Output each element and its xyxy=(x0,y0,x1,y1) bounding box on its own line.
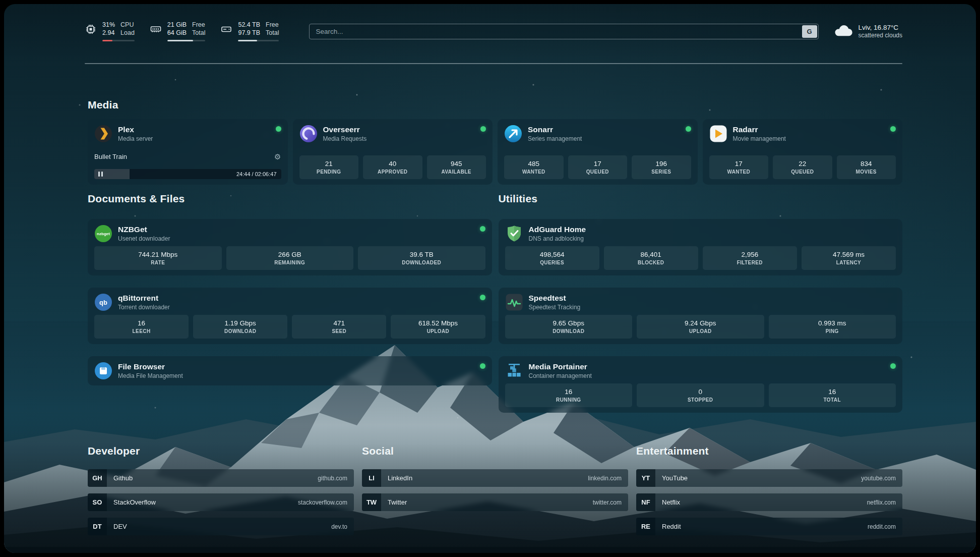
link-reddit[interactable]: RE Reddit reddit.com xyxy=(636,518,902,535)
stat-box: 744.21 MbpsRATE xyxy=(94,246,222,270)
dashboard-screen: 31% 2.94 CPU Load 21 xyxy=(4,4,976,553)
link-stackoverflow[interactable]: SO StackOverflow stackoverflow.com xyxy=(88,493,354,511)
disk-monitor: 52.4 TB 97.9 TB Free Total xyxy=(220,21,279,41)
column-developer: Developer GH Github github.com SO StackO… xyxy=(88,445,354,542)
link-url: twitter.com xyxy=(593,499,622,506)
ram-values: 21 GiB 64 GiB xyxy=(167,21,187,37)
link-url: github.com xyxy=(318,475,347,482)
link-url: stackoverflow.com xyxy=(298,499,347,506)
stat-box: 17QUEUED xyxy=(568,155,628,179)
weather-condition: scattered clouds xyxy=(859,32,902,39)
stat-box: 834MOVIES xyxy=(837,155,896,179)
status-dot xyxy=(480,363,485,369)
link-netflix[interactable]: NF Netflix netflix.com xyxy=(636,493,902,511)
media-card-grid: Plex Media server Bullet Train ⚙ 24:44 /… xyxy=(88,119,902,185)
link-linkedin[interactable]: LI LinkedIn linkedin.com xyxy=(362,469,628,487)
svg-text:qb: qb xyxy=(99,299,107,306)
app-name: File Browser xyxy=(118,362,183,371)
app-card-speedtest[interactable]: Speedtest Speedtest Tracking 9.65 GbpsDO… xyxy=(499,288,903,344)
section-columns: Documents & Files nzbget NZBGet Usenet d… xyxy=(88,193,902,413)
stat-box: 86,401BLOCKED xyxy=(604,246,698,270)
app-subtitle: Media Requests xyxy=(323,135,367,142)
cloud-icon xyxy=(834,24,853,39)
portainer-icon xyxy=(505,362,523,380)
section-title-media: Media xyxy=(88,99,902,111)
search-engine-button[interactable]: G xyxy=(802,25,817,38)
app-card-adguard[interactable]: AdGuard Home DNS and adblocking 498,564Q… xyxy=(499,219,903,275)
link-github[interactable]: GH Github github.com xyxy=(88,469,354,487)
cpu-monitor: 31% 2.94 CPU Load xyxy=(85,21,135,41)
header-divider xyxy=(85,63,902,64)
link-name: StackOverflow xyxy=(113,498,156,506)
app-subtitle: Series management xyxy=(528,135,582,142)
app-card-sonarr[interactable]: Sonarr Series management 485WANTED 17QUE… xyxy=(498,119,698,185)
app-card-portainer[interactable]: Media Portainer Container management 16R… xyxy=(499,356,903,413)
link-name: Reddit xyxy=(662,523,681,530)
link-youtube[interactable]: YT YouTube youtube.com xyxy=(636,469,902,487)
section-title-documents: Documents & Files xyxy=(88,193,492,205)
pause-icon[interactable] xyxy=(98,172,103,177)
app-card-nzbget[interactable]: nzbget NZBGet Usenet downloader 744.21 M… xyxy=(88,219,492,275)
link-url: youtube.com xyxy=(861,475,896,482)
section-media: Media Plex Media server Bullet xyxy=(88,99,902,185)
disk-labels: Free Total xyxy=(266,21,279,37)
disk-icon xyxy=(220,23,232,35)
app-card-qbittorrent[interactable]: qb qBittorrent Torrent downloader 16LEEC… xyxy=(88,288,492,344)
app-subtitle: Movie management xyxy=(733,135,786,142)
ram-icon xyxy=(150,23,162,35)
stat-box: 196SERIES xyxy=(632,155,691,179)
link-name: Github xyxy=(113,474,133,482)
stat-box: 945AVAILABLE xyxy=(427,155,486,179)
weather-widget: Lviv, 16.87°C scattered clouds xyxy=(834,24,902,39)
nzbget-icon: nzbget xyxy=(94,225,112,243)
stat-box: 21PENDING xyxy=(299,155,359,179)
column-utilities: Utilities AdGuard Home DNS and xyxy=(499,193,903,413)
link-abbr: LI xyxy=(362,469,381,487)
app-subtitle: Usenet downloader xyxy=(118,235,170,242)
status-dot xyxy=(480,126,486,132)
app-card-plex[interactable]: Plex Media server Bullet Train ⚙ 24:44 /… xyxy=(88,119,288,185)
section-title-developer: Developer xyxy=(88,445,354,457)
disk-usage-bar xyxy=(238,40,279,41)
link-dev-to[interactable]: DT DEV dev.to xyxy=(88,518,354,535)
app-subtitle: DNS and adblocking xyxy=(529,235,586,242)
stat-box: 16TOTAL xyxy=(769,383,896,407)
playback-progress-bar[interactable]: 24:44 / 02:06:47 xyxy=(94,169,281,179)
link-abbr: SO xyxy=(88,493,107,511)
link-abbr: NF xyxy=(636,493,655,511)
search-input[interactable] xyxy=(309,24,818,39)
gear-icon[interactable]: ⚙ xyxy=(274,153,281,160)
column-entertainment: Entertainment YT YouTube youtube.com NF … xyxy=(636,445,902,542)
window-frame: 31% 2.94 CPU Load 21 xyxy=(0,0,980,557)
app-name: Radarr xyxy=(733,125,786,134)
link-twitter[interactable]: TW Twitter twitter.com xyxy=(362,493,628,511)
radarr-icon xyxy=(709,125,727,143)
ram-monitor: 21 GiB 64 GiB Free Total xyxy=(150,21,206,41)
cpu-icon xyxy=(85,23,97,35)
stat-box: 16RUNNING xyxy=(505,383,633,407)
stat-box: 471SEED xyxy=(292,315,386,339)
link-abbr: GH xyxy=(88,469,107,487)
link-name: LinkedIn xyxy=(388,474,412,482)
link-url: netflix.com xyxy=(867,499,896,506)
stat-box: 22QUEUED xyxy=(773,155,832,179)
ram-labels: Free Total xyxy=(192,21,205,37)
qbittorrent-icon: qb xyxy=(94,293,112,311)
cpu-load-value: 2.94 xyxy=(102,29,115,37)
status-dot xyxy=(480,295,485,300)
search-bar: G xyxy=(309,24,818,39)
app-subtitle: Speedtest Tracking xyxy=(529,304,581,311)
filebrowser-icon xyxy=(94,362,112,380)
app-subtitle: Media File Management xyxy=(118,372,183,379)
app-card-overseerr[interactable]: Overseerr Media Requests 21PENDING 40APP… xyxy=(293,119,493,185)
status-dot xyxy=(276,126,281,132)
app-subtitle: Media server xyxy=(118,135,153,142)
stat-box: 9.65 GbpsDOWNLOAD xyxy=(505,315,633,339)
app-card-radarr[interactable]: Radarr Movie management 17WANTED 22QUEUE… xyxy=(703,119,903,185)
app-card-filebrowser[interactable]: File Browser Media File Management xyxy=(88,356,492,385)
link-abbr: RE xyxy=(636,518,655,535)
topbar: 31% 2.94 CPU Load 21 xyxy=(85,21,902,41)
app-name: Media Portainer xyxy=(529,362,592,371)
cpu-labels: CPU Load xyxy=(120,21,135,37)
stat-box: 618.52 MbpsUPLOAD xyxy=(391,315,485,339)
